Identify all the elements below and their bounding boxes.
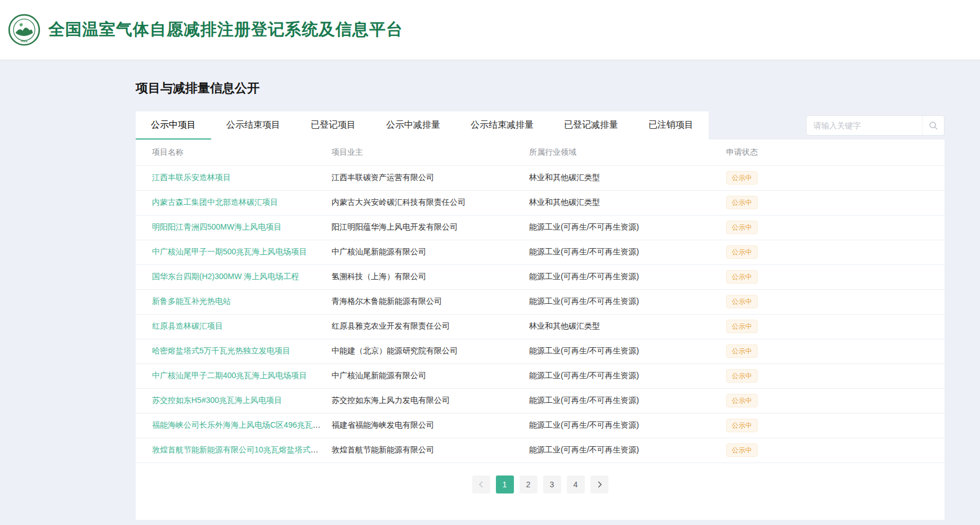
mee-logo-icon: MEE [8, 14, 41, 46]
table-row: 国华东台四期(H2)300MW 海上风电场工程氢溯科技（上海）有限公司能源工业(… [136, 264, 945, 289]
page-numbers: 1234 [493, 475, 588, 493]
page-button-1[interactable]: 1 [496, 475, 514, 493]
tab-item-2[interactable]: 已登记项目 [296, 111, 371, 140]
project-owner-cell: 中能建（北京）能源研究院有限公司 [332, 339, 529, 364]
project-name-link[interactable]: 国华东台四期(H2)300MW 海上风电场工程 [152, 272, 299, 281]
project-name-cell: 敦煌首航节能新能源有限公司10兆瓦熔盐塔式光热... [136, 438, 332, 463]
table-row: 苏交控如东H5#300兆瓦海上风电项目苏交控如东海上风力发电有限公司能源工业(可… [136, 388, 945, 413]
status-badge: 公示中 [726, 221, 758, 234]
project-name-link[interactable]: 内蒙古森工集团中北部造林碳汇项目 [152, 198, 278, 207]
column-header: 所属行业领域 [529, 140, 726, 165]
tab-item-3[interactable]: 公示中减排量 [371, 111, 455, 140]
tab-item-1[interactable]: 公示结束项目 [211, 111, 296, 140]
industry-cell: 能源工业(可再生/不可再生资源) [529, 264, 726, 289]
project-owner-cell: 氢溯科技（上海）有限公司 [332, 264, 529, 289]
table-row: 明阳阳江青洲四500MW海上风电项目阳江明阳蕴华海上风电开发有限公司能源工业(可… [136, 215, 945, 240]
project-owner-cell: 中广核汕尾新能源有限公司 [332, 364, 529, 388]
project-name-link[interactable]: 哈密熔盐塔式5万千瓦光热独立发电项目 [152, 346, 290, 355]
industry-cell: 能源工业(可再生/不可再生资源) [529, 339, 726, 364]
status-cell: 公示中 [726, 388, 945, 413]
project-owner-cell: 红原县雅克农业开发有限责任公司 [332, 314, 529, 339]
status-badge: 公示中 [726, 344, 758, 358]
industry-cell: 能源工业(可再生/不可再生资源) [529, 388, 726, 413]
project-name-link[interactable]: 福能海峡公司长乐外海海上风电场C区496兆瓦海上... [152, 420, 332, 429]
table-row: 红原县造林碳汇项目红原县雅克农业开发有限责任公司林业和其他碳汇类型公示中 [136, 314, 945, 339]
status-cell: 公示中 [726, 215, 945, 240]
next-page-button[interactable] [590, 475, 608, 493]
status-badge: 公示中 [726, 369, 758, 383]
column-header: 申请状态 [726, 140, 945, 165]
project-name-link[interactable]: 红原县造林碳汇项目 [152, 321, 223, 330]
project-name-cell: 江西丰联乐安造林项目 [136, 165, 332, 190]
project-name-cell: 中广核汕尾甲子一期500兆瓦海上风电场项目 [136, 240, 332, 264]
project-owner-cell: 江西丰联碳资产运营有限公司 [332, 165, 529, 190]
industry-cell: 林业和其他碳汇类型 [529, 165, 726, 190]
project-name-cell: 苏交控如东H5#300兆瓦海上风电项目 [136, 388, 332, 413]
prev-page-button[interactable] [472, 475, 490, 493]
project-owner-cell: 福建省福能海峡发电有限公司 [332, 413, 529, 438]
status-cell: 公示中 [726, 438, 945, 463]
status-cell: 公示中 [726, 314, 945, 339]
industry-cell: 林业和其他碳汇类型 [529, 190, 726, 215]
page-button-4[interactable]: 4 [567, 475, 585, 493]
status-badge: 公示中 [726, 320, 758, 333]
project-name-link[interactable]: 苏交控如东H5#300兆瓦海上风电项目 [152, 396, 282, 405]
status-badge: 公示中 [726, 295, 758, 308]
project-name-cell: 红原县造林碳汇项目 [136, 314, 332, 339]
project-name-cell: 国华东台四期(H2)300MW 海上风电场工程 [136, 264, 332, 289]
project-owner-cell: 内蒙古大兴安岭碳汇科技有限责任公司 [332, 190, 529, 215]
app-header: MEE 全国温室气体自愿减排注册登记系统及信息平台 [0, 0, 980, 60]
status-cell: 公示中 [726, 165, 945, 190]
page-title: 项目与减排量信息公开 [136, 80, 945, 97]
status-cell: 公示中 [726, 289, 945, 314]
status-badge: 公示中 [726, 443, 758, 457]
table-body: 江西丰联乐安造林项目江西丰联碳资产运营有限公司林业和其他碳汇类型公示中内蒙古森工… [136, 165, 945, 463]
table-card: 项目名称项目业主所属行业领域申请状态 江西丰联乐安造林项目江西丰联碳资产运营有限… [136, 140, 945, 520]
page-button-2[interactable]: 2 [520, 475, 538, 493]
status-cell: 公示中 [726, 364, 945, 388]
tab-item-4[interactable]: 公示结束减排量 [455, 111, 549, 140]
industry-cell: 能源工业(可再生/不可再生资源) [529, 438, 726, 463]
project-name-link[interactable]: 新鲁多能互补光热电站 [152, 297, 231, 306]
search-input[interactable] [807, 116, 922, 135]
svg-text:MEE: MEE [21, 39, 28, 43]
project-owner-cell: 青海格尔木鲁能新能源有限公司 [332, 289, 529, 314]
table-row: 新鲁多能互补光热电站青海格尔木鲁能新能源有限公司能源工业(可再生/不可再生资源)… [136, 289, 945, 314]
tab-bar: 公示中项目公示结束项目已登记项目公示中减排量公示结束减排量已登记减排量已注销项目 [136, 111, 709, 140]
project-name-link[interactable]: 江西丰联乐安造林项目 [152, 173, 231, 182]
table-row: 内蒙古森工集团中北部造林碳汇项目内蒙古大兴安岭碳汇科技有限责任公司林业和其他碳汇… [136, 190, 945, 215]
status-badge: 公示中 [726, 171, 758, 185]
toolbar: 公示中项目公示结束项目已登记项目公示中减排量公示结束减排量已登记减排量已注销项目 [136, 111, 945, 140]
chevron-left-icon [478, 481, 485, 488]
status-cell: 公示中 [726, 413, 945, 438]
industry-cell: 能源工业(可再生/不可再生资源) [529, 240, 726, 264]
project-name-link[interactable]: 中广核汕尾甲子一期500兆瓦海上风电场项目 [152, 247, 307, 256]
column-header: 项目名称 [136, 140, 332, 165]
table-row: 敦煌首航节能新能源有限公司10兆瓦熔盐塔式光热...敦煌首航节能新能源有限公司能… [136, 438, 945, 463]
column-header: 项目业主 [332, 140, 529, 165]
table-header-row: 项目名称项目业主所属行业领域申请状态 [136, 140, 945, 165]
projects-table: 项目名称项目业主所属行业领域申请状态 江西丰联乐安造林项目江西丰联碳资产运营有限… [136, 140, 945, 463]
tab-item-6[interactable]: 已注销项目 [633, 111, 709, 140]
status-cell: 公示中 [726, 240, 945, 264]
status-cell: 公示中 [726, 190, 945, 215]
project-name-cell: 中广核汕尾甲子二期400兆瓦海上风电场项目 [136, 364, 332, 388]
project-owner-cell: 苏交控如东海上风力发电有限公司 [332, 388, 529, 413]
table-row: 中广核汕尾甲子二期400兆瓦海上风电场项目中广核汕尾新能源有限公司能源工业(可再… [136, 364, 945, 388]
industry-cell: 能源工业(可再生/不可再生资源) [529, 215, 726, 240]
status-badge: 公示中 [726, 394, 758, 407]
tab-item-5[interactable]: 已登记减排量 [549, 111, 633, 140]
tab-item-0[interactable]: 公示中项目 [136, 111, 211, 140]
project-name-cell: 新鲁多能互补光热电站 [136, 289, 332, 314]
project-name-link[interactable]: 中广核汕尾甲子二期400兆瓦海上风电场项目 [152, 371, 307, 380]
status-badge: 公示中 [726, 270, 758, 284]
project-name-link[interactable]: 明阳阳江青洲四500MW海上风电项目 [152, 222, 281, 231]
app-title: 全国温室气体自愿减排注册登记系统及信息平台 [48, 19, 403, 41]
project-name-link[interactable]: 敦煌首航节能新能源有限公司10兆瓦熔盐塔式光热... [152, 445, 332, 454]
table-row: 中广核汕尾甲子一期500兆瓦海上风电场项目中广核汕尾新能源有限公司能源工业(可再… [136, 240, 945, 264]
search-box [806, 115, 945, 136]
search-icon[interactable] [922, 116, 944, 135]
industry-cell: 能源工业(可再生/不可再生资源) [529, 364, 726, 388]
page-button-3[interactable]: 3 [543, 475, 561, 493]
table-row: 哈密熔盐塔式5万千瓦光热独立发电项目中能建（北京）能源研究院有限公司能源工业(可… [136, 339, 945, 364]
